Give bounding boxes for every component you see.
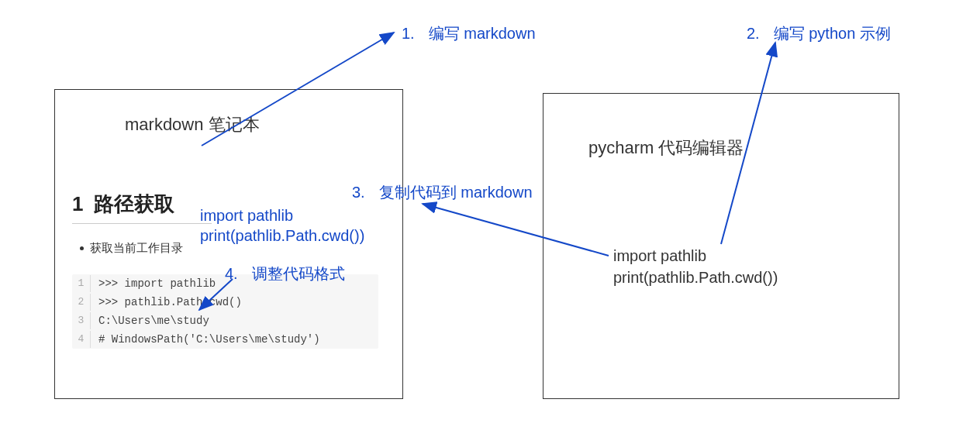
code-line: 3 C:\Users\me\study: [72, 311, 378, 330]
section-number: 1: [72, 192, 83, 216]
annotation-code-line: import pathlib: [200, 205, 364, 225]
annotation-2: 2.编写 python 示例: [747, 23, 891, 44]
annotation-4: 4.调整代码格式: [225, 263, 345, 284]
code-text: >>> pathlib.Path.cwd(): [91, 294, 242, 311]
heading-rule: [72, 223, 212, 224]
annotation-text: 编写 python 示例: [774, 25, 891, 42]
left-box-title: markdown 笔记本: [125, 113, 260, 136]
code-line-number: 4: [72, 331, 91, 348]
annotation-1: 1.编写 markdown: [402, 23, 536, 44]
code-line-number: 3: [72, 312, 91, 329]
section-heading: 1 路径获取: [72, 191, 174, 218]
annotation-3: 3.复制代码到 markdown: [352, 182, 533, 203]
annotation-number: 2.: [747, 25, 760, 42]
code-line: 2 >>> pathlib.Path.cwd(): [72, 293, 378, 311]
annotation-code-line: print(pathlib.Path.cwd()): [200, 225, 364, 246]
code-line-number: 2: [72, 294, 91, 311]
code-text: # WindowsPath('C:\Users\me\study'): [91, 331, 320, 348]
pycharm-code-line: import pathlib: [613, 245, 778, 267]
section-title: 路径获取: [94, 191, 174, 218]
annotation-code-sample: import pathlib print(pathlib.Path.cwd()): [200, 205, 364, 246]
pycharm-code: import pathlib print(pathlib.Path.cwd()): [613, 245, 778, 288]
pycharm-code-line: print(pathlib.Path.cwd()): [613, 267, 778, 288]
code-text: C:\Users\me\study: [91, 312, 209, 329]
pycharm-editor-box: pycharm 代码编辑器 import pathlib print(pathl…: [543, 93, 899, 399]
code-text: >>> import pathlib: [91, 275, 216, 292]
annotation-text: 调整代码格式: [252, 265, 345, 282]
code-line: 4 # WindowsPath('C:\Users\me\study'): [72, 330, 378, 349]
markdown-code-block: 1 >>> import pathlib 2 >>> pathlib.Path.…: [72, 274, 378, 349]
annotation-text: 编写 markdown: [429, 25, 536, 42]
annotation-text: 复制代码到 markdown: [379, 184, 533, 201]
code-line-number: 1: [72, 275, 91, 292]
annotation-number: 3.: [352, 184, 365, 201]
bullet-text: 获取当前工作目录: [90, 241, 183, 256]
bullet-dot-icon: [80, 246, 84, 250]
bullet-item: 获取当前工作目录: [80, 241, 183, 256]
right-box-title: pycharm 代码编辑器: [588, 136, 744, 160]
annotation-number: 1.: [402, 25, 415, 42]
annotation-number: 4.: [225, 265, 238, 282]
